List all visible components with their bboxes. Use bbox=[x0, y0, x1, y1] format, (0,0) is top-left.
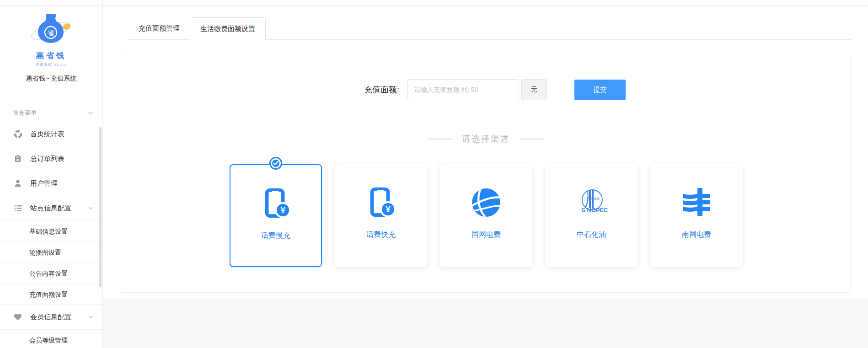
channel-list: ¥ 话费慢充 ¥ 话费快充 bbox=[230, 164, 743, 267]
channel-label: 中石化油 bbox=[577, 230, 606, 240]
sidebar-group-label: 业务菜单 bbox=[13, 109, 37, 117]
channel-card-state-grid[interactable]: 国网电费 bbox=[440, 164, 532, 267]
state-grid-globe-icon bbox=[470, 186, 503, 219]
sidebar-item-label: 用户管理 bbox=[30, 179, 58, 188]
channel-label: 话费快充 bbox=[366, 230, 396, 240]
tab-life-payment-denomination-settings[interactable]: 生活缴费面额设置 bbox=[190, 17, 266, 40]
chevron-down-icon bbox=[88, 111, 93, 115]
phone-yen-icon: ¥ bbox=[260, 187, 292, 220]
sidebar-subitem-basic-info[interactable]: 基础信息设置 bbox=[0, 220, 102, 241]
sidebar-subitem-announcement[interactable]: 公告内容设置 bbox=[0, 262, 102, 284]
sidebar: 省 惠省钱 充值系统 V1.0.2 惠省钱 - 充值系统 业务菜单 首页统计表 bbox=[0, 0, 103, 348]
sidebar-item-label: 总订单列表 bbox=[30, 155, 64, 163]
pie-chart-icon bbox=[14, 130, 23, 139]
heart-icon bbox=[14, 313, 23, 321]
sidebar-subitem-carousel[interactable]: 轮播图设置 bbox=[0, 241, 102, 262]
phone-yen-icon: ¥ bbox=[365, 186, 397, 219]
channel-label: 国网电费 bbox=[472, 230, 501, 240]
tab-recharge-denomination-management[interactable]: 充值面额管理 bbox=[129, 17, 190, 39]
sidebar-item-member-config[interactable]: 会员信息配置 bbox=[0, 305, 102, 329]
sidebar-item-user-management[interactable]: 用户管理 bbox=[0, 171, 102, 196]
logo-subtext: 充值系统 V1.0.2 bbox=[0, 62, 102, 67]
sidebar-scrollbar[interactable] bbox=[99, 127, 102, 287]
sidebar-subitem-member-level[interactable]: 会员等级管理 bbox=[0, 329, 102, 348]
tab-bar: 充值面额管理 生活缴费面额设置 bbox=[129, 17, 266, 40]
top-divider-line bbox=[0, 5, 868, 6]
content-panel: 充值面额: 元 提交 请选择渠道 ¥ bbox=[121, 55, 851, 293]
submit-button[interactable]: 提交 bbox=[574, 80, 626, 100]
sidebar-item-label: 站点信息配置 bbox=[30, 204, 71, 213]
svg-text:¥: ¥ bbox=[386, 204, 391, 214]
channel-card-phone-fast[interactable]: ¥ 话费快充 bbox=[335, 164, 427, 267]
app-title: 惠省钱 - 充值系统 bbox=[0, 75, 102, 92]
clipboard-icon bbox=[14, 155, 23, 163]
channel-card-southern-grid[interactable]: 南网电费 bbox=[650, 164, 743, 267]
sidebar-item-label: 会员信息配置 bbox=[30, 313, 71, 321]
sidebar-item-label: 首页统计表 bbox=[30, 130, 64, 139]
channel-label: 话费慢充 bbox=[261, 231, 290, 241]
channel-card-sinopec[interactable]: 中国石化 S NOPEC 中石化油 bbox=[545, 164, 638, 267]
unit-addon: 元 bbox=[521, 79, 547, 100]
divider-line-right bbox=[519, 139, 544, 139]
channel-card-phone-slow[interactable]: ¥ 话费慢充 bbox=[230, 164, 322, 267]
southern-grid-icon bbox=[680, 186, 713, 219]
brand-logo: 省 惠省钱 充值系统 V1.0.2 bbox=[0, 0, 102, 67]
money-bag-logo-icon: 省 bbox=[29, 11, 73, 48]
sidebar-item-site-config[interactable]: 站点信息配置 bbox=[0, 196, 102, 220]
denomination-form: 充值面额: 元 提交 bbox=[121, 79, 850, 100]
sidebar-submenu-site: 基础信息设置 轮播图设置 公告内容设置 充值面额设置 bbox=[0, 220, 102, 305]
logo-text: 惠省钱 bbox=[0, 50, 102, 61]
sidebar-submenu-member: 会员等级管理 bbox=[0, 329, 102, 348]
channel-label: 南网电费 bbox=[682, 230, 711, 240]
app-window: 省 惠省钱 充值系统 V1.0.2 惠省钱 - 充值系统 业务菜单 首页统计表 bbox=[0, 0, 868, 348]
divider-line-left bbox=[428, 139, 453, 139]
sidebar-item-all-orders[interactable]: 总订单列表 bbox=[0, 146, 102, 171]
chevron-down-icon bbox=[88, 207, 93, 210]
sinopec-icon: 中国石化 S NOPEC bbox=[575, 186, 608, 219]
denomination-input[interactable] bbox=[407, 79, 519, 100]
svg-text:中国石化: 中国石化 bbox=[587, 197, 600, 201]
channel-divider: 请选择渠道 bbox=[121, 133, 850, 145]
sidebar-subitem-recharge-denomination[interactable]: 充值面额设置 bbox=[0, 284, 102, 305]
denomination-label: 充值面额: bbox=[364, 84, 399, 95]
sidebar-item-home-stats[interactable]: 首页统计表 bbox=[0, 122, 102, 146]
chevron-down-icon bbox=[88, 316, 93, 319]
divider-text: 请选择渠道 bbox=[462, 133, 510, 145]
page-background bbox=[103, 298, 868, 348]
svg-text:¥: ¥ bbox=[280, 205, 285, 215]
svg-text:S NOPEC: S NOPEC bbox=[581, 207, 608, 214]
svg-text:省: 省 bbox=[48, 29, 55, 37]
selected-check-icon bbox=[271, 158, 281, 168]
list-config-icon bbox=[14, 204, 23, 213]
sidebar-group-business-menu[interactable]: 业务菜单 bbox=[0, 92, 102, 122]
user-icon bbox=[14, 179, 23, 187]
